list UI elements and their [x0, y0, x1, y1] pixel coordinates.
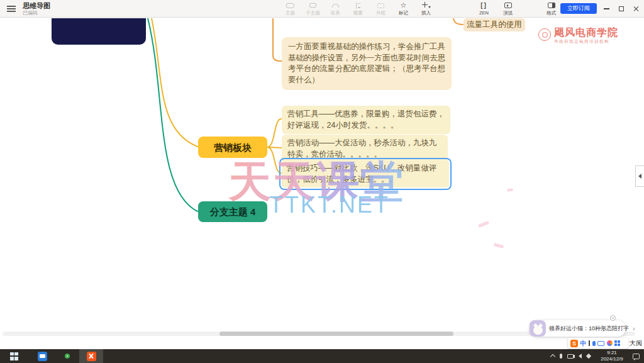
toolbar-subtopic-button[interactable]: 子主题	[304, 1, 322, 16]
xmind-app-icon	[87, 352, 96, 361]
connector-child-1	[267, 119, 281, 147]
ime-toolbox-icon[interactable]	[614, 340, 620, 346]
present-button[interactable]: 演说	[499, 1, 517, 16]
marker-star-icon: ☆	[394, 1, 413, 9]
toolbar-topic-button[interactable]: 主题	[281, 1, 299, 16]
mindmap-canvas[interactable]: 流量工具的使用 一方面要重视基础的操作练习，学会推广工具基础的操作设置，另外一方…	[0, 18, 644, 349]
zen-mode-button[interactable]: [] ZEN	[475, 1, 493, 16]
toolbar-summary-button[interactable]: 概要	[349, 1, 367, 16]
document-title: 思维导图 已编辑	[23, 2, 50, 16]
node-note-text[interactable]: 一方面要重视基础的操作练习，学会推广工具基础的操作设置，另外一方面也要花时间去思…	[282, 37, 452, 90]
subscribe-button[interactable]: 立即订阅	[560, 3, 597, 14]
tray-mic-icon[interactable]	[560, 354, 562, 359]
action-center-icon[interactable]	[633, 354, 640, 359]
panel-collapse-tab[interactable]	[635, 165, 644, 187]
toolbar-boundary-button[interactable]: 外框	[372, 1, 390, 16]
taskbar-app-blue[interactable]	[30, 349, 54, 363]
connector-traffic	[453, 18, 463, 25]
format-panel-icon	[542, 1, 560, 9]
summary-icon	[349, 1, 367, 9]
cat-avatar-icon	[530, 320, 546, 337]
toolbar-insert-button[interactable]: 插入	[417, 1, 435, 16]
arrow-left-icon	[638, 174, 641, 179]
boundary-icon	[372, 1, 390, 9]
toolbar-relationship-button[interactable]: 联系	[326, 1, 345, 16]
ime-toolbar[interactable]: S 中	[568, 338, 628, 349]
promo-text: 领养好运小猫：10种形态陪打字	[549, 325, 629, 333]
format-panel-button[interactable]: 格式	[542, 1, 560, 16]
minimize-button[interactable]	[599, 0, 614, 18]
node-marketing-tools[interactable]: 营销工具——优惠券，限量购，退货包运费，好评返现，24小时发货。。。。	[282, 106, 450, 134]
tray-speaker-icon[interactable]	[579, 354, 582, 359]
ime-pet-promo[interactable]: 领养好运小猫：10种形态陪打字 ›	[530, 320, 626, 337]
subtopic-icon	[304, 1, 322, 9]
brand-seal-icon	[538, 28, 551, 41]
main-toolbar: 主题 子主题 联系 概要 外框 ☆ 标记	[281, 1, 435, 16]
watermark-url: TTKT.NET	[269, 192, 390, 218]
ime-logo-icon[interactable]: S	[570, 340, 578, 347]
document-status: 已编辑	[23, 10, 50, 16]
titlebar: 思维导图 已编辑 主题 子主题 联系 概要 外框	[0, 0, 644, 18]
system-tray: 9:21 2024/12/9	[548, 349, 644, 363]
connector-branch4	[148, 18, 197, 211]
start-button[interactable]	[0, 349, 28, 363]
maximize-button[interactable]	[614, 0, 629, 18]
present-icon	[499, 1, 517, 9]
ime-mic-icon[interactable]	[592, 341, 596, 346]
tray-status-icon[interactable]	[586, 354, 591, 359]
clock-date: 2024/12/9	[601, 356, 623, 362]
taskbar: 9:21 2024/12/9	[0, 349, 644, 363]
blue-app-icon	[38, 352, 47, 361]
window-controls	[599, 0, 644, 18]
brand-tagline: 市政府指定电商培训机构	[554, 39, 618, 45]
view-toolbar: [] ZEN 演说	[475, 1, 517, 16]
taskbar-clock[interactable]: 9:21 2024/12/9	[594, 350, 630, 362]
clock-time: 9:21	[607, 350, 617, 355]
node-traffic-tools[interactable]: 流量工具的使用	[464, 18, 525, 31]
windows-logo-icon	[10, 352, 18, 360]
promo-close-icon[interactable]	[610, 315, 616, 321]
relationship-icon	[326, 1, 345, 9]
taskbar-app-xmind-active[interactable]	[79, 349, 103, 363]
brand-logo: 飓风电商学院 市政府指定电商培训机构	[538, 27, 618, 45]
taskbar-app-browser[interactable]	[55, 349, 79, 363]
app-title: 思维导图	[23, 2, 50, 10]
ime-keyboard-icon[interactable]	[597, 341, 604, 346]
brand-name: 飓风电商学院	[554, 27, 618, 38]
insert-plus-icon	[417, 1, 435, 9]
menu-icon[interactable]	[7, 6, 16, 12]
ime-skin-icon[interactable]	[607, 340, 613, 346]
connector-note	[273, 18, 282, 61]
central-topic-node[interactable]	[52, 18, 146, 45]
close-button[interactable]	[629, 0, 644, 18]
ime-language-toggle[interactable]: 中	[580, 339, 587, 348]
zen-brackets-icon: []	[475, 1, 493, 9]
topic-icon	[281, 1, 299, 9]
toolbar-marker-button[interactable]: ☆ 标记	[394, 1, 413, 16]
tray-expand-icon[interactable]	[550, 354, 555, 359]
app-window: 思维导图 已编辑 主题 子主题 联系 概要 外框	[0, 0, 644, 363]
chevron-right-icon: ›	[633, 325, 635, 332]
ime-side-label[interactable]: 大阅	[630, 339, 642, 348]
ime-cursor-icon[interactable]	[589, 340, 590, 346]
browser-app-icon	[65, 354, 70, 359]
horizontal-scrollbar-thumb[interactable]	[219, 332, 453, 336]
